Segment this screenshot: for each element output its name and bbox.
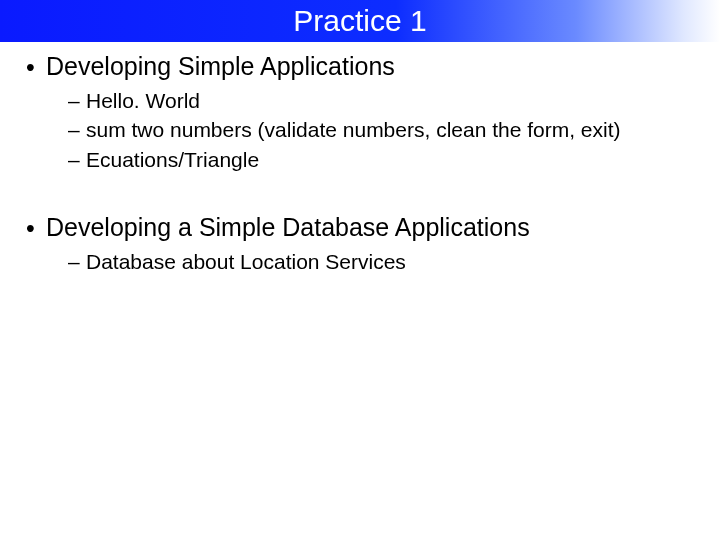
sub-list: Database about Location Services [46, 248, 696, 275]
section-heading-text: Developing Simple Applications [46, 52, 395, 80]
list-item: sum two numbers (validate numbers, clean… [68, 116, 696, 143]
bullet-list: Developing a Simple Database Application… [24, 213, 696, 275]
list-item-text: Ecuations/Triangle [86, 148, 259, 171]
section-heading: Developing a Simple Database Application… [24, 213, 696, 275]
section-heading: Developing Simple Applications Hello. Wo… [24, 52, 696, 173]
list-item-text: Hello. World [86, 89, 200, 112]
sub-list: Hello. World sum two numbers (validate n… [46, 87, 696, 173]
slide: Practice 1 Developing Simple Application… [0, 0, 720, 540]
bullet-list: Developing Simple Applications Hello. Wo… [24, 52, 696, 173]
list-item-text: sum two numbers (validate numbers, clean… [86, 118, 621, 141]
list-item: Hello. World [68, 87, 696, 114]
list-item: Ecuations/Triangle [68, 146, 696, 173]
slide-title: Practice 1 [293, 4, 426, 37]
list-item: Database about Location Services [68, 248, 696, 275]
section-heading-text: Developing a Simple Database Application… [46, 213, 530, 241]
list-item-text: Database about Location Services [86, 250, 406, 273]
spacer [24, 175, 696, 213]
slide-content: Developing Simple Applications Hello. Wo… [0, 42, 720, 275]
title-bar: Practice 1 [0, 0, 720, 42]
